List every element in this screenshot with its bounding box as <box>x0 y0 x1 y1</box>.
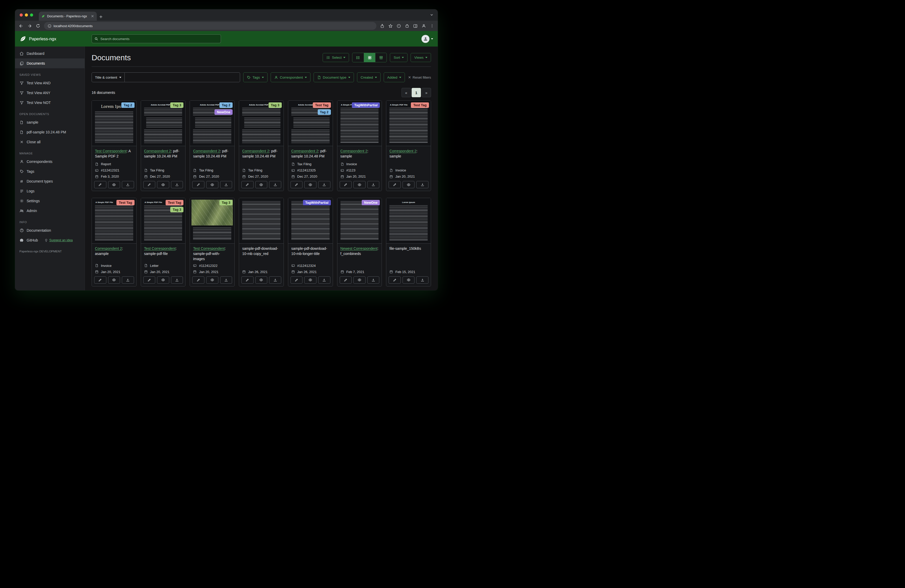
document-thumbnail[interactable]: A Simple PDF FileTest Tag <box>92 198 137 244</box>
document-thumbnail[interactable]: Adobe Acrobat PDF FilesTag 2NewOne <box>190 101 234 146</box>
profile-icon[interactable] <box>421 24 426 28</box>
pagination-prev-button[interactable]: « <box>402 88 411 97</box>
minimize-window-button[interactable] <box>25 13 28 17</box>
document-thumbnail[interactable]: A Simple PDF FileTagWithPartial <box>337 101 382 146</box>
edit-button[interactable] <box>241 181 254 188</box>
document-title-link[interactable]: Correspondent 2 <box>193 149 220 153</box>
document-title-link[interactable]: Correspondent 2 <box>95 246 122 250</box>
added-filter-button[interactable]: Added <box>384 72 405 82</box>
document-type-filter-button[interactable]: Document type <box>314 72 354 82</box>
grid-view-button[interactable] <box>364 53 375 62</box>
browser-tab[interactable]: Documents - Paperless-ngx <box>39 12 97 21</box>
tag-badge[interactable]: Tag 2 <box>318 109 331 115</box>
sidebar-item-admin[interactable]: Admin <box>15 206 84 216</box>
tag-badge[interactable]: Test Tag <box>313 102 331 108</box>
edit-button[interactable] <box>340 181 352 188</box>
sidebar-item-github[interactable]: GitHub Suggest an idea <box>15 235 84 245</box>
download-button[interactable] <box>269 181 281 188</box>
menu-kebab-icon[interactable] <box>430 24 434 28</box>
side-panel-icon[interactable] <box>413 24 418 28</box>
preview-button[interactable] <box>353 181 365 188</box>
document-thumbnail[interactable]: Lorem ipsum <box>386 198 431 244</box>
edit-button[interactable] <box>241 276 254 284</box>
document-title-link[interactable]: Test Correspondent <box>144 246 176 250</box>
sidebar-item-tags[interactable]: Tags <box>15 166 84 176</box>
preview-button[interactable] <box>108 181 120 188</box>
bookmark-star-icon[interactable] <box>388 24 393 28</box>
sidebar-item-test-view-any[interactable]: Test View ANY <box>15 88 84 98</box>
share-icon[interactable] <box>380 24 384 28</box>
edit-button[interactable] <box>94 181 106 188</box>
tag-badge[interactable]: Tag 2 <box>219 102 233 108</box>
user-menu[interactable] <box>421 35 433 43</box>
back-icon[interactable] <box>19 24 24 29</box>
document-title-link[interactable]: Correspondent 2 <box>389 149 416 153</box>
download-button[interactable] <box>122 276 134 284</box>
tag-badge[interactable]: Test Tag <box>411 102 429 108</box>
document-thumbnail[interactable]: Adobe Acrobat PDF FilesTag 3 <box>141 101 186 146</box>
sidebar-item-settings[interactable]: Settings <box>15 196 84 206</box>
maximize-window-button[interactable] <box>30 13 33 17</box>
sidebar-item-logs[interactable]: Logs <box>15 186 84 196</box>
tag-badge[interactable]: Tag 3 <box>170 102 183 108</box>
tag-badge[interactable]: TagWithPartial <box>303 200 331 205</box>
download-button[interactable] <box>416 181 429 188</box>
document-title-link[interactable]: Correspondent 2 <box>340 149 367 153</box>
document-title-link[interactable]: Test Correspondent <box>193 246 225 250</box>
edit-button[interactable] <box>389 276 401 284</box>
document-title-link[interactable]: Test Correspondent <box>95 149 127 153</box>
pagination-next-button[interactable]: » <box>422 88 431 97</box>
tags-filter-button[interactable]: Tags <box>243 72 268 82</box>
document-thumbnail[interactable]: Adobe Acrobat PDF FilesTest TagTag 2 <box>288 101 333 146</box>
tag-badge[interactable]: Test Tag <box>116 200 135 205</box>
suggest-an-idea-link[interactable]: Suggest an idea <box>44 238 73 242</box>
preview-button[interactable] <box>206 181 218 188</box>
detail-view-button[interactable] <box>375 53 387 62</box>
edit-button[interactable] <box>340 276 352 284</box>
preview-button[interactable] <box>304 276 316 284</box>
sidebar-item-open-doc-pdf-sample[interactable]: pdf-sample 10.24.48 PM <box>15 127 84 137</box>
preview-button[interactable] <box>108 276 120 284</box>
download-button[interactable] <box>367 276 379 284</box>
edit-button[interactable] <box>291 181 303 188</box>
download-button[interactable] <box>318 276 330 284</box>
document-thumbnail[interactable]: Tag 3 <box>190 198 234 244</box>
document-thumbnail[interactable]: Lorem IpsumTag 2 <box>92 101 137 146</box>
list-view-button[interactable] <box>352 53 364 62</box>
download-button[interactable] <box>171 181 183 188</box>
preview-button[interactable] <box>403 276 415 284</box>
document-title-link[interactable]: Correspondent 2 <box>291 149 318 153</box>
document-title-link[interactable]: Correspondent 2 <box>242 149 269 153</box>
sidebar-item-documentation[interactable]: Documentation <box>15 225 84 235</box>
download-button[interactable] <box>269 276 281 284</box>
tag-badge[interactable]: Tag 3 <box>219 200 233 205</box>
preview-button[interactable] <box>206 276 218 284</box>
sidebar-item-test-view-and[interactable]: Test View AND <box>15 78 84 88</box>
edit-button[interactable] <box>143 276 156 284</box>
forward-icon[interactable] <box>27 24 32 29</box>
preview-button[interactable] <box>403 181 415 188</box>
sidebar-item-document-types[interactable]: Document types <box>15 176 84 186</box>
download-button[interactable] <box>416 276 429 284</box>
document-thumbnail[interactable]: Adobe Acrobat PDF FilesTag 3 <box>239 101 284 146</box>
edit-button[interactable] <box>143 181 156 188</box>
title-content-dropdown[interactable]: Title & content <box>92 72 125 82</box>
search-input[interactable] <box>100 37 218 41</box>
document-title-link[interactable]: Newest Correspondent <box>340 246 378 250</box>
sidebar-item-open-doc-sample[interactable]: sample <box>15 117 84 127</box>
download-button[interactable] <box>220 181 232 188</box>
select-button[interactable]: Select <box>322 53 349 62</box>
correspondent-filter-button[interactable]: Correspondent <box>271 72 310 82</box>
document-thumbnail[interactable]: TagWithPartial <box>288 198 333 244</box>
created-filter-button[interactable]: Created <box>357 72 381 82</box>
pagination-page-1[interactable]: 1 <box>411 88 421 97</box>
reset-filters-button[interactable]: Reset filters <box>408 76 431 79</box>
tab-search-chevron-icon[interactable] <box>430 13 433 17</box>
tag-badge[interactable]: NewOne <box>362 200 380 205</box>
edit-button[interactable] <box>192 276 205 284</box>
site-info-icon[interactable] <box>48 24 51 28</box>
edit-button[interactable] <box>192 181 205 188</box>
views-button[interactable]: Views <box>411 53 431 62</box>
url-bar[interactable]: localhost:4200/documents <box>44 22 376 30</box>
sidebar-item-documents[interactable]: Documents <box>15 59 84 68</box>
